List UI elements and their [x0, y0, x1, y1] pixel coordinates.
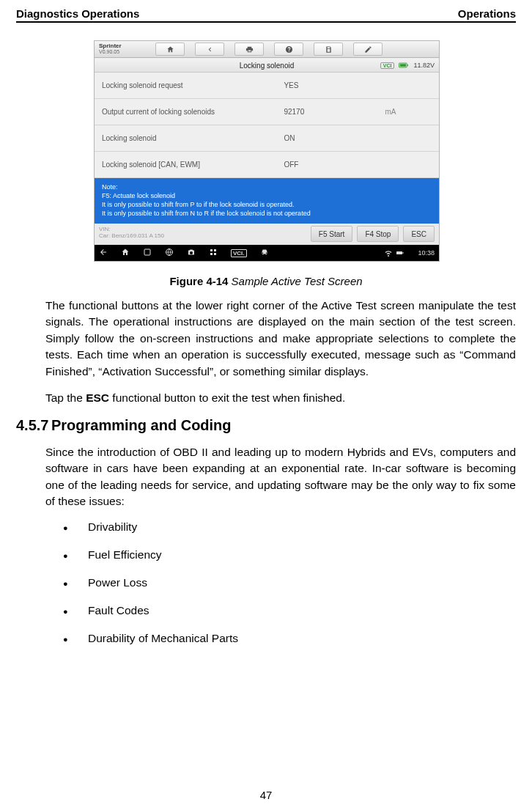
svg-rect-2 [407, 65, 408, 66]
section-heading: 4.5.7 Programming and Coding [16, 417, 516, 434]
svg-rect-5 [210, 249, 213, 251]
body-paragraph-3: Since the introduction of OBD II and lea… [45, 444, 516, 510]
nav-apps-icon[interactable] [209, 248, 218, 258]
svg-rect-7 [210, 253, 213, 255]
section-title: Programming and Coding [51, 417, 232, 434]
brand-version: V0.90.05 [99, 49, 149, 55]
status-icons [384, 248, 404, 257]
bullet-item: Fuel Efficiency [63, 548, 516, 563]
bullet-item: Drivability [63, 520, 516, 535]
body-paragraph-2: Tap the ESC functional button to exit th… [45, 390, 516, 406]
nav-recent-icon[interactable] [143, 248, 152, 258]
nav-car-icon[interactable] [260, 248, 269, 258]
caption-text: Sample Active Test Screen [228, 275, 362, 287]
row-value: OFF [284, 161, 385, 169]
nav-camera-icon[interactable] [187, 248, 196, 258]
vehicle-brand: Sprinter V0.90.05 [95, 43, 149, 55]
svg-rect-10 [403, 252, 404, 254]
header-left: Diagnostics Operations [16, 7, 139, 20]
vin-bar: VIN: Car: Benz/169.031 A 150 F5 Start F4… [95, 224, 439, 245]
svg-rect-6 [214, 249, 216, 251]
nav-back-icon[interactable] [99, 248, 108, 258]
para2-pre: Tap the [45, 391, 86, 404]
esc-button[interactable]: ESC [403, 226, 435, 242]
row-value: 92170 [284, 108, 385, 116]
header-right: Operations [458, 7, 516, 20]
note-panel: Note: F5: Actuate lock solenoid It is on… [95, 178, 439, 224]
svg-rect-3 [144, 249, 150, 255]
vci-badge: VCI [380, 62, 395, 69]
data-row: Output current of locking solenoids 9217… [95, 99, 439, 125]
svg-rect-1 [400, 64, 406, 67]
row-label: Locking solenoid [CAN, EWM] [95, 161, 284, 169]
note-line: It is only possible to shift from P to i… [102, 200, 432, 209]
save-icon[interactable] [314, 43, 343, 56]
body-paragraph-1: The functional buttons at the lower righ… [45, 298, 516, 380]
row-label: Locking solenoid request [95, 81, 284, 89]
system-navbar: VCI. 10:38 [95, 245, 439, 261]
back-arrow-icon[interactable] [195, 43, 224, 56]
figure-4-14: Sprinter V0.90.05 Locking solenoid VCI [94, 40, 438, 262]
brand-name: Sprinter [99, 43, 149, 49]
note-line: It is only possible to shift from N to R… [102, 209, 432, 218]
bullet-item: Power Loss [63, 576, 516, 591]
help-icon[interactable] [274, 43, 303, 56]
nav-home-icon[interactable] [121, 248, 130, 258]
running-header: Diagnostics Operations Operations [16, 7, 516, 23]
row-value: YES [284, 81, 385, 89]
para2-post: functional button to exit the test when … [109, 391, 345, 404]
print-icon[interactable] [234, 43, 264, 56]
battery-icon [399, 62, 409, 68]
f5-start-button[interactable]: F5 Start [311, 226, 353, 242]
bullet-list: Drivability Fuel Efficiency Power Loss F… [45, 520, 516, 647]
home-icon[interactable] [155, 43, 185, 56]
section-number: 4.5.7 [16, 417, 51, 434]
svg-rect-9 [396, 251, 402, 254]
para2-bold: ESC [86, 391, 109, 404]
nav-browser-icon[interactable] [165, 248, 174, 258]
row-unit: mA [385, 108, 439, 116]
page-number: 47 [0, 789, 532, 801]
figure-caption: Figure 4-14 Sample Active Test Screen [16, 275, 516, 287]
data-row: Locking solenoid request YES [95, 73, 439, 99]
f4-stop-button[interactable]: F4 Stop [357, 226, 399, 242]
bullet-item: Fault Codes [63, 604, 516, 619]
voltage-reading: 11.82V [413, 62, 435, 69]
svg-rect-8 [214, 253, 216, 255]
device-toolbar: Sprinter V0.90.05 [95, 41, 439, 58]
row-label: Locking solenoid [95, 134, 284, 142]
screen-title-bar: Locking solenoid VCI 11.82V [95, 58, 439, 73]
toolbar-icons [149, 43, 389, 56]
edit-icon[interactable] [353, 43, 383, 56]
clock: 10:38 [418, 249, 435, 257]
caption-number: Figure 4-14 [169, 275, 228, 287]
wifi-icon [384, 248, 393, 257]
nav-vci-icon[interactable]: VCI. [231, 249, 247, 257]
note-title: Note: [102, 183, 432, 191]
note-line: F5: Actuate lock solenoid [102, 191, 432, 200]
row-value: ON [284, 134, 385, 142]
data-row: Locking solenoid [CAN, EWM] OFF [95, 152, 439, 178]
row-label: Output current of locking solenoids [95, 108, 284, 116]
device-screen: Sprinter V0.90.05 Locking solenoid VCI [94, 40, 440, 262]
battery-status-icon [396, 248, 404, 257]
data-row: Locking solenoid ON [95, 125, 439, 152]
bullet-item: Durability of Mechanical Parts [63, 632, 516, 647]
